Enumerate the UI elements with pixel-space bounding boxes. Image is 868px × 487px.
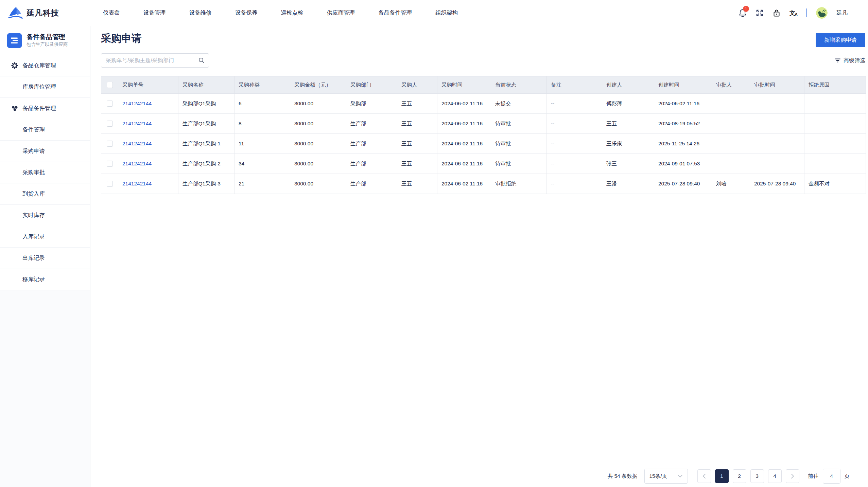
- topnav-item[interactable]: 备品备件管理: [378, 9, 412, 17]
- cell-creator: 张三: [602, 154, 654, 174]
- cell-amount: 3000.00: [290, 134, 346, 154]
- cell-reject-reason: [804, 154, 866, 174]
- column-header: 审批人: [712, 76, 750, 94]
- cell-creator: 傅彭薄: [602, 94, 654, 114]
- sidebar-item[interactable]: 备件管理: [0, 119, 90, 141]
- new-purchase-button[interactable]: 新增采购申请: [816, 33, 865, 47]
- translate-icon[interactable]: 文A: [789, 9, 798, 17]
- topnav-item[interactable]: 设备维修: [189, 9, 212, 17]
- notification-badge: 1: [743, 6, 749, 12]
- username: 延凡: [836, 9, 848, 17]
- sidebar-item[interactable]: 备品仓库管理: [0, 55, 90, 76]
- sidebar-item[interactable]: 入库记录: [0, 226, 90, 248]
- pagination: 共 54 条数据 15条/页 1234: [101, 465, 865, 487]
- sidebar-header: 备件备品管理 包含生产以及供应商: [0, 26, 90, 55]
- column-header: 拒绝原因: [804, 76, 866, 94]
- sidebar-item[interactable]: 出库记录: [0, 248, 90, 269]
- next-page-button[interactable]: [786, 469, 799, 483]
- topnav-item[interactable]: 供应商管理: [327, 9, 355, 17]
- cell-approve-time: [750, 134, 804, 154]
- chevron-down-icon: [677, 474, 683, 478]
- order-number-link[interactable]: 2141242144: [122, 141, 152, 146]
- search-box: [101, 53, 209, 68]
- cell-purchase-time: 2024-06-02 11:16: [437, 94, 491, 114]
- parts-icon: [11, 105, 18, 112]
- sidebar-title: 备件备品管理: [27, 33, 68, 41]
- order-number-link[interactable]: 2141242144: [122, 181, 152, 186]
- sidebar-item[interactable]: 备品备件管理: [0, 98, 90, 119]
- column-header: 备注: [547, 76, 602, 94]
- topnav-item[interactable]: 组织架构: [435, 9, 458, 17]
- sidebar-item-label: 备件管理: [22, 126, 45, 133]
- search-icon[interactable]: [198, 57, 205, 64]
- cell-order-no: 2141242144: [118, 174, 178, 194]
- cell-remark: --: [547, 94, 602, 114]
- table-row: 2141242144生产部Q1采购-1113000.00生产部王五2024-06…: [101, 134, 866, 154]
- fullscreen-icon[interactable]: [756, 9, 764, 17]
- sidebar-item-label: 实时库存: [22, 212, 45, 219]
- cell-order-no: 2141242144: [118, 114, 178, 134]
- row-checkbox[interactable]: [107, 121, 113, 127]
- sidebar-item-label: 备品仓库管理: [22, 62, 56, 69]
- cell-remark: --: [547, 134, 602, 154]
- column-header: 创建时间: [654, 76, 712, 94]
- cell-reject-reason: 金额不对: [804, 174, 866, 194]
- topbar: 延凡科技 仪表盘设备管理设备维修设备保养巡检点检供应商管理备品备件管理组织架构 …: [0, 0, 868, 26]
- row-checkbox[interactable]: [107, 141, 113, 147]
- cell-status: 待审批: [491, 114, 547, 134]
- cell-buyer: 王五: [397, 94, 437, 114]
- cell-department: 生产部: [346, 154, 397, 174]
- row-checkbox[interactable]: [107, 181, 113, 187]
- goto-page-input[interactable]: [823, 469, 840, 484]
- sidebar-item[interactable]: 库房库位管理: [0, 76, 90, 98]
- lock-icon[interactable]: [772, 8, 781, 17]
- main-content: 采购申请 新增采购申请: [90, 26, 868, 487]
- sidebar-item[interactable]: 移库记录: [0, 269, 90, 290]
- cell-approver: [712, 114, 750, 134]
- sidebar-item-label: 入库记录: [22, 233, 45, 240]
- row-checkbox[interactable]: [107, 161, 113, 167]
- cell-creator: 王乐康: [602, 134, 654, 154]
- topnav-item[interactable]: 巡检点检: [281, 9, 303, 17]
- cell-create-time: 2024-08-19 05:52: [654, 114, 712, 134]
- sail-icon: [8, 6, 23, 20]
- select-all-header: [101, 76, 118, 94]
- order-number-link[interactable]: 2141242144: [122, 161, 152, 166]
- column-header: 采购金额（元）: [290, 76, 346, 94]
- cell-remark: --: [547, 174, 602, 194]
- cell-purchase-time: 2024-06-02 11:16: [437, 114, 491, 134]
- search-input[interactable]: [101, 53, 209, 68]
- cell-category-count: 34: [235, 154, 290, 174]
- avatar[interactable]: [816, 7, 828, 19]
- row-checkbox[interactable]: [107, 101, 113, 107]
- advanced-filter-button[interactable]: 高级筛选: [835, 57, 865, 64]
- cell-create-time: 2025-07-28 09:40: [654, 174, 712, 194]
- sidebar-item-label: 采购审批: [22, 169, 45, 176]
- order-number-link[interactable]: 2141242144: [122, 121, 152, 126]
- sidebar-item[interactable]: 采购申请: [0, 141, 90, 162]
- page-button-3[interactable]: 3: [750, 469, 764, 483]
- cell-buyer: 王五: [397, 114, 437, 134]
- topnav-item[interactable]: 设备保养: [235, 9, 258, 17]
- cell-reject-reason: [804, 94, 866, 114]
- cell-name: 生产部Q1采购-2: [178, 154, 235, 174]
- advanced-filter-label: 高级筛选: [844, 57, 865, 64]
- bell-icon[interactable]: 1: [739, 8, 747, 18]
- chevron-right-icon: [790, 473, 795, 479]
- page-button-1[interactable]: 1: [715, 469, 729, 483]
- sidebar-item[interactable]: 到货入库: [0, 183, 90, 205]
- order-number-link[interactable]: 2141242144: [122, 101, 152, 106]
- select-all-checkbox[interactable]: [107, 82, 113, 88]
- topnav-item[interactable]: 仪表盘: [103, 9, 120, 17]
- prev-page-button[interactable]: [697, 469, 711, 483]
- cell-create-time: 2024-06-02 11:16: [654, 94, 712, 114]
- cell-department: 生产部: [346, 134, 397, 154]
- column-header: 审批时间: [750, 76, 804, 94]
- topnav-item[interactable]: 设备管理: [143, 9, 166, 17]
- page-size-select[interactable]: 15条/页: [644, 469, 688, 484]
- page-button-2[interactable]: 2: [733, 469, 746, 483]
- sidebar-item[interactable]: 实时库存: [0, 205, 90, 226]
- sidebar-item[interactable]: 采购审批: [0, 162, 90, 183]
- page-button-4[interactable]: 4: [768, 469, 782, 483]
- column-header: 采购名称: [178, 76, 235, 94]
